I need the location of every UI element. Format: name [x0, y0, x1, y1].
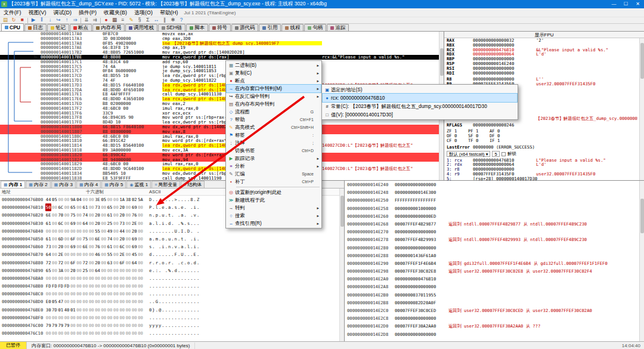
stack-row[interactable]: 000000000014E2580000000001000000 — [345, 205, 639, 212]
context-menu-item[interactable]: ;注释; — [227, 139, 321, 147]
dump-row[interactable]: 0000000000476BE0307D01400100000000000000… — [0, 306, 344, 314]
submenu-item[interactable]: ●rcx: 0000000000476B10 — [323, 94, 517, 102]
context-menu-item[interactable]: →在内存窗口中转到(M)▸ — [227, 85, 321, 92]
tab-脚本[interactable]: 脚本 — [186, 24, 208, 31]
close-button[interactable]: ✕ — [633, 0, 643, 8]
dump-row[interactable]: 0000000000476B9065003A002000250064000000… — [0, 267, 344, 274]
stack-row[interactable]: 000000000014E2800000000000000000 — [345, 244, 639, 252]
dump-tab-局部变量[interactable]: ≡局部变量 — [151, 181, 180, 188]
dump-row[interactable]: 0000000000476B7064002E000000000046005500… — [0, 251, 344, 258]
dump-tab-内存 3[interactable]: ▦内存 3 — [51, 181, 76, 188]
context-menu-item[interactable]: ↔查找引用(R)▸ — [227, 220, 321, 227]
context-menu-item[interactable]: ↪在反汇编中转到▸ — [227, 92, 321, 100]
stack-row[interactable]: 000000000014E2C000007FFEF30C0CED返回到 user… — [345, 307, 639, 314]
context-menu-item[interactable]: ▦二进制(B)▸ — [227, 61, 321, 69]
tab-源代码[interactable]: 源代码 — [231, 24, 259, 31]
register-row[interactable]: RFLAGS0000000000000246 — [447, 123, 638, 128]
tab-线程[interactable]: 线程 — [281, 24, 304, 31]
maximize-button[interactable]: ☐ — [621, 0, 631, 8]
context-menu-item[interactable]: ▶跟踪记录▸ — [227, 155, 321, 162]
registers-scrollbar[interactable] — [639, 38, 644, 180]
calling-convention-select[interactable]: 默认 (x64 fastcall) ▾ — [447, 151, 490, 157]
dump-row[interactable]: 0000000000476B607300200069006E0076006100… — [0, 243, 344, 251]
register-row[interactable]: RSP000000000014E240 — [447, 61, 638, 66]
dump-row[interactable]: 0000000000476B5061006D006F0075006E007400… — [0, 235, 344, 243]
dump-tab-监视 1[interactable]: ◉监视 1 — [126, 181, 151, 188]
register-row[interactable]: RBP0000000000000000 — [447, 57, 638, 61]
dump-scrollbar[interactable] — [339, 189, 344, 341]
run-to-user-code-icon[interactable]: ⇒ — [71, 17, 79, 24]
tab-笔记[interactable]: 笔记 — [47, 24, 69, 31]
fastcall-arg-row[interactable]: 2: rdx0000000000000064L'd' — [447, 162, 638, 167]
stack-row[interactable]: 000000000014E2D000007FFEF30A2AA0返回到 user… — [345, 322, 639, 330]
context-menu-item[interactable]: ✎高亮模式Ctrl+Shift+H — [227, 123, 321, 131]
stack-scrollbar[interactable] — [639, 181, 644, 341]
trace-over-icon[interactable]: ⇉ — [91, 17, 99, 24]
stack-row[interactable]: 000000000014E2700000000000000000 — [345, 228, 639, 236]
tab-调用堆栈[interactable]: 调用堆栈 — [125, 24, 157, 31]
context-menu-item[interactable]: ◇流程图G — [227, 108, 321, 116]
dump-tab-内存 1[interactable]: ▦内存 1 — [1, 181, 25, 188]
register-row[interactable]: RAX0000000000000032'2' — [447, 38, 638, 43]
fastcall-arg-row[interactable]: 1: rcx0000000000476B10L"Please input a v… — [447, 158, 638, 163]
stack-row[interactable]: 000000000014E2C80000000000000000 — [345, 314, 639, 322]
menubar-item[interactable]: 调试(D) — [50, 8, 76, 17]
dump-row[interactable]: 0000000000476BC0000000000000000000000000… — [0, 290, 344, 298]
stack-row[interactable]: 000000000014E2D80000000000000000 — [345, 331, 639, 338]
menubar-item[interactable]: 收藏夹(B) — [100, 8, 131, 17]
scrollbar-thumb[interactable] — [640, 43, 644, 79]
stack-row[interactable]: 000000000014E2A00000000000476B10 — [345, 275, 639, 283]
stack-row[interactable]: 000000000014E2B80000000082D20A0F — [345, 299, 639, 307]
context-menu-item[interactable]: ○搜索▸ — [227, 212, 321, 220]
tab-SEH链[interactable]: SEH链 — [158, 24, 185, 31]
pause-icon[interactable]: ‖ — [38, 17, 46, 24]
register-row[interactable]: RSI0000000000000000 — [447, 66, 638, 71]
context-menu-item[interactable]: ▣复制(C)▸ — [227, 69, 321, 77]
tab-句柄[interactable]: 句柄 — [304, 24, 326, 31]
register-row[interactable]: RDX0000000000000064L'd' — [447, 52, 638, 57]
dump-row[interactable]: 0000000000476C10000000000000000000000000… — [0, 329, 344, 337]
notes-icon[interactable]: ✎ — [127, 17, 135, 24]
script-icon[interactable]: § — [135, 17, 144, 24]
stack-row[interactable]: 000000000014E27800007FFEF4B29993返回到 ntdl… — [345, 236, 639, 243]
stack-row[interactable]: 000000000014E2A80000000000000000 — [345, 283, 639, 291]
arg-count-spinner[interactable]: 5 — [492, 151, 499, 157]
menubar-item[interactable]: 插件(P) — [75, 8, 100, 17]
settings-icon[interactable]: ✱ — [169, 17, 177, 24]
context-menu-item[interactable]: ≫新建线程于此 — [227, 196, 321, 204]
context-menu-item[interactable]: ≡分析▸ — [227, 162, 321, 170]
disasm-row[interactable]: 0000000140011838E8 53F9FFFFcall dump_scy… — [0, 176, 439, 180]
dump-tab-内存 5[interactable]: ▦内存 5 — [101, 181, 126, 188]
stack-row[interactable]: 000000000014E29800007FFEF30C02E8返回到 user… — [345, 267, 639, 275]
tab-日志[interactable]: 日志 — [24, 24, 47, 31]
stack-row[interactable]: 000000000014E250FFFFFFFFFFFFFFFF — [345, 196, 639, 204]
unlock-checkbox[interactable] — [501, 152, 506, 156]
tab-内存布局[interactable]: 内存布局 — [92, 24, 125, 31]
dump-row[interactable]: 0000000000476C00797979790000000000000000… — [0, 322, 344, 329]
breakpoints-icon[interactable]: ● — [102, 17, 110, 24]
menubar-item[interactable]: 帮助(H) — [156, 8, 182, 17]
tab-断点[interactable]: 断点 — [70, 24, 92, 31]
menubar-item[interactable]: 视图(V) — [25, 8, 50, 17]
submenu-item[interactable]: ▣选定的地址(S) — [323, 85, 517, 94]
step-out-icon[interactable]: ↑ — [63, 17, 71, 24]
scrollbar-thumb[interactable] — [340, 196, 344, 227]
step-into-icon[interactable]: ↓ — [46, 17, 54, 24]
submenu-item[interactable]: □值(V): [0000000140017D30] — [323, 110, 517, 119]
dump-tab-内存 4[interactable]: ▦内存 4 — [76, 181, 101, 188]
stack-row[interactable]: 000000000014E2400000000000000000 — [345, 181, 639, 189]
help-icon[interactable]: ? — [177, 17, 185, 24]
stack-row[interactable]: 000000000014E26800007FFEF4B29877返回到 ntdl… — [345, 220, 639, 228]
minimize-button[interactable]: — — [609, 0, 619, 8]
stack-row[interactable]: 000000000014E29000007FFEF1F4E6B4返回到 gdi3… — [345, 260, 639, 267]
fastcall-arg-row[interactable]: 4: r900007FFEF31435F0user32.00007FFEF314… — [447, 172, 638, 177]
stack-row[interactable]: 000000000014E28800000001436F61A0 — [345, 252, 639, 260]
context-menu-item[interactable]: ▪补丁Ctrl+P — [227, 178, 321, 186]
context-menu-item[interactable]: ?帮助Ctrl+F1 — [227, 116, 321, 123]
register-row[interactable]: RDI0000000000000000 — [447, 71, 638, 76]
stack-row[interactable]: 000000000014E248000000000014E300 — [345, 189, 639, 196]
tab-追踪[interactable]: 追踪 — [327, 24, 349, 31]
scrollbar-thumb[interactable] — [440, 48, 444, 76]
dump-row[interactable]: 0000000000476BB0FDFDFDFD0000000000000000… — [0, 282, 344, 290]
context-menu-item[interactable]: ✎汇编Space — [227, 170, 321, 178]
